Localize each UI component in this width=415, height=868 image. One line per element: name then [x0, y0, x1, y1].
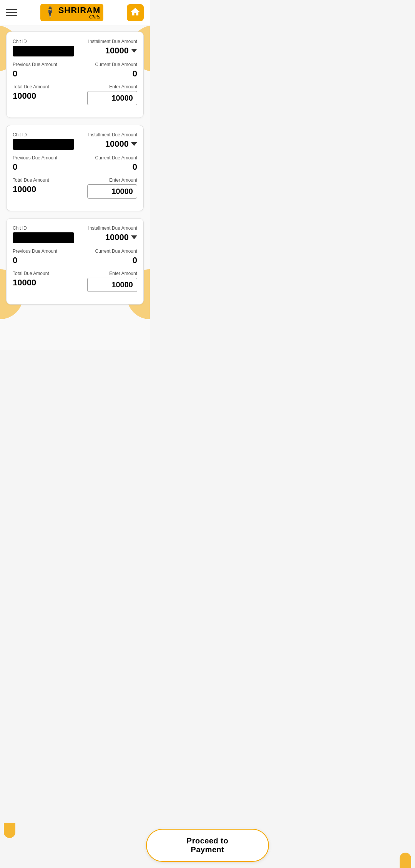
curr-due-label-2: Current Due Amount	[75, 155, 137, 161]
installment-dropdown-3[interactable]	[131, 235, 137, 239]
chit-id-value-2	[13, 139, 74, 150]
prev-due-value-1: 0	[13, 69, 75, 79]
header: 🕴️ SHRIRAM Chits	[0, 0, 150, 25]
total-due-value-1: 10000	[13, 91, 75, 101]
enter-amount-label-2: Enter Amount	[75, 177, 137, 183]
installment-due-value-3: 10000	[75, 232, 137, 242]
prev-due-label-3: Previous Due Amount	[13, 248, 75, 254]
enter-amount-input-2[interactable]	[87, 184, 137, 199]
chit-card-2: Chit ID Installment Due Amount 10000 Pre…	[6, 125, 144, 211]
installment-due-value-2: 10000	[75, 139, 137, 149]
curr-due-value-3: 0	[75, 255, 137, 265]
installment-due-value-1: 10000	[75, 46, 137, 56]
chit-card-3: Chit ID Installment Due Amount 10000 Pre…	[6, 218, 144, 305]
home-button[interactable]	[127, 4, 144, 21]
enter-amount-label-3: Enter Amount	[75, 271, 137, 276]
cards-container: Chit ID Installment Due Amount 10000 Pre…	[0, 25, 150, 350]
installment-dropdown-2[interactable]	[131, 142, 137, 146]
enter-amount-label-1: Enter Amount	[75, 84, 137, 89]
curr-due-label-1: Current Due Amount	[75, 62, 137, 67]
total-due-label-2: Total Due Amount	[13, 177, 75, 183]
installment-due-label-3: Installment Due Amount	[75, 225, 137, 231]
enter-amount-input-3[interactable]	[87, 278, 137, 292]
total-due-label-1: Total Due Amount	[13, 84, 75, 89]
prev-due-label-1: Previous Due Amount	[13, 62, 75, 67]
total-due-label-3: Total Due Amount	[13, 271, 75, 276]
mascot-icon: 🕴️	[43, 6, 57, 19]
logo: 🕴️ SHRIRAM Chits	[40, 4, 104, 21]
curr-due-value-2: 0	[75, 162, 137, 172]
chit-id-label-3: Chit ID	[13, 225, 75, 231]
prev-due-value-2: 0	[13, 162, 75, 172]
installment-due-label-1: Installment Due Amount	[75, 39, 137, 44]
total-due-value-3: 10000	[13, 278, 75, 288]
chit-id-label-2: Chit ID	[13, 132, 75, 137]
prev-due-label-2: Previous Due Amount	[13, 155, 75, 161]
total-due-value-2: 10000	[13, 184, 75, 194]
main-content: Chit ID Installment Due Amount 10000 Pre…	[0, 25, 150, 350]
enter-amount-input-1[interactable]	[87, 91, 137, 105]
curr-due-value-1: 0	[75, 69, 137, 79]
curr-due-label-3: Current Due Amount	[75, 248, 137, 254]
menu-button[interactable]	[6, 9, 17, 16]
installment-due-label-2: Installment Due Amount	[75, 132, 137, 137]
installment-dropdown-1[interactable]	[131, 49, 137, 53]
chit-id-value-1	[13, 46, 74, 56]
chit-card-1: Chit ID Installment Due Amount 10000 Pre…	[6, 31, 144, 118]
chit-id-label-1: Chit ID	[13, 39, 75, 44]
chit-id-value-3	[13, 232, 74, 243]
home-icon	[130, 7, 141, 17]
prev-due-value-3: 0	[13, 255, 75, 265]
